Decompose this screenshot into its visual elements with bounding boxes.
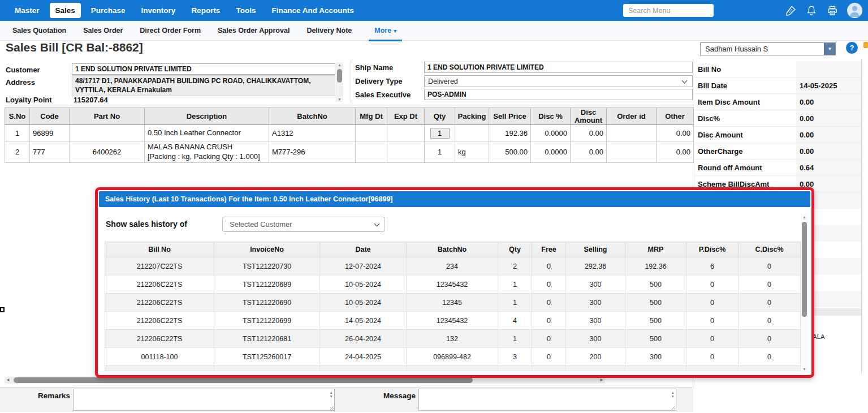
history-row[interactable]: 212207C22TSTST12122073012-07-20242342029… xyxy=(105,257,801,276)
message-textarea[interactable] xyxy=(418,389,676,411)
history-cell: 0 xyxy=(686,312,739,330)
history-cell: 212206C22TS xyxy=(105,312,214,330)
ship-name-input[interactable] xyxy=(424,62,693,73)
scrollbar-thumb[interactable] xyxy=(14,377,473,383)
history-cell: 292.36 xyxy=(566,257,625,276)
history-cell: 0 xyxy=(532,312,566,330)
menu-sales[interactable]: Sales xyxy=(50,3,81,18)
history-cell: 14-05-2024 xyxy=(320,312,407,330)
history-cell: 0 xyxy=(532,257,566,276)
remarks-textarea[interactable] xyxy=(74,389,335,411)
history-cell: 0 xyxy=(739,276,801,294)
menu-finance-and-accounts[interactable]: Finance And Accounts xyxy=(266,3,359,18)
history-row[interactable]: 212206C22TSTST12122069914-05-20241234543… xyxy=(105,312,801,330)
submenu-more[interactable]: More ▾ xyxy=(369,21,402,41)
dialog-scrollbar[interactable]: ▲ ▼ xyxy=(801,214,808,372)
theme-brush-icon[interactable] xyxy=(784,5,797,17)
history-cell: 3 xyxy=(498,348,532,366)
search-menu-input[interactable] xyxy=(623,4,714,17)
scrollbar-thumb[interactable] xyxy=(802,222,807,317)
qty-input[interactable]: 1 xyxy=(430,128,450,139)
sales-executive-label: Sales Executive xyxy=(355,91,411,99)
bill-panel-row: Round off Amount 0.64 xyxy=(694,160,861,176)
history-cell: 1 xyxy=(498,330,532,348)
round-off-amount-value[interactable]: 0.64 xyxy=(796,160,861,175)
history-cell: 0 xyxy=(686,330,739,348)
items-table: S.No Code Part No Description BatchNo Mf… xyxy=(5,107,694,163)
item-row[interactable]: 2 777 6400262 MALAS BANANA CRUSH [Packin… xyxy=(5,141,694,163)
scroll-up-icon[interactable]: ▲ xyxy=(336,63,343,67)
user-avatar[interactable] xyxy=(847,3,862,18)
sales-history-filter-select[interactable]: Selected Customer xyxy=(222,217,385,232)
history-row[interactable]: 212206C22TSTST12122068910-05-20241234543… xyxy=(105,276,801,294)
col-c-disc: C.Disc% xyxy=(739,242,801,257)
item-disc-amount-value[interactable]: 0.00 xyxy=(796,94,861,110)
other-charge-value[interactable]: 0.00 xyxy=(796,143,861,159)
bill-date-value[interactable]: 14-05-2025 xyxy=(796,78,861,93)
chevron-down-icon xyxy=(374,221,380,226)
history-row[interactable]: 212206C22TSTST12122068126-04-20241321030… xyxy=(105,330,801,348)
submenu-sales-order-approval[interactable]: Sales Order Approval xyxy=(218,27,290,35)
spinner-arrows-icon[interactable]: ▲▼ xyxy=(330,390,333,398)
history-cell: 234 xyxy=(407,257,498,276)
active-tab-underline xyxy=(369,40,402,41)
history-cell: 500 xyxy=(625,294,686,312)
delivery-type-select[interactable]: Delivered xyxy=(424,75,693,87)
scroll-down-icon[interactable]: ▼ xyxy=(336,97,343,101)
col-disc-pct: Disc % xyxy=(531,108,571,125)
history-cell: 0 xyxy=(739,330,801,348)
cell-part-no: 6400262 xyxy=(70,141,145,163)
menu-purchase[interactable]: Purchase xyxy=(85,3,131,18)
scroll-down-icon[interactable]: ▼ xyxy=(801,367,808,371)
bill-panel-row: Disc Amount 0.00 xyxy=(694,127,861,143)
loyalty-point-value: 115207.64 xyxy=(74,96,108,104)
scroll-right-icon[interactable]: ► xyxy=(599,377,604,382)
user-profile-value: Sadham Hussain S xyxy=(701,43,824,55)
scroll-left-icon[interactable]: ◄ xyxy=(6,377,10,382)
disc-amount-value[interactable]: 0.00 xyxy=(796,127,861,143)
scroll-up-icon[interactable]: ▲ xyxy=(801,215,808,219)
cell-qty: 1 xyxy=(425,141,455,163)
delivery-type-label: Delivery Type xyxy=(355,77,403,85)
cell-code: 777 xyxy=(30,141,70,163)
cell-disc-amount: 0.00 xyxy=(571,125,607,141)
sales-executive-input[interactable] xyxy=(424,89,693,100)
notification-bell-icon[interactable] xyxy=(805,5,818,17)
printer-icon[interactable] xyxy=(826,5,839,17)
scrollbar-thumb[interactable] xyxy=(337,69,342,83)
history-cell: 300 xyxy=(566,294,625,312)
bill-no-value[interactable] xyxy=(796,61,861,77)
submenu-sales-order[interactable]: Sales Order xyxy=(83,27,123,35)
submenu-direct-order-form[interactable]: Direct Order Form xyxy=(140,27,201,35)
form-scrollbar[interactable]: ▲ ▼ xyxy=(336,62,343,102)
remarks-label: Remarks xyxy=(20,392,70,400)
spinner-arrows-icon[interactable]: ▲▼ xyxy=(671,390,675,398)
help-button[interactable]: ? xyxy=(846,42,858,54)
history-cell: 001118-100 xyxy=(105,348,214,366)
cell-other: 0.00 xyxy=(657,125,694,141)
customer-input[interactable] xyxy=(72,63,335,75)
menu-master[interactable]: Master xyxy=(9,3,45,18)
history-cell: 0 xyxy=(686,276,739,294)
history-row[interactable]: 001118-100TST12526001724-04-2025096899-4… xyxy=(105,348,801,366)
history-cell: TST121220690 xyxy=(214,294,320,312)
customer-label: Customer xyxy=(6,66,40,74)
cell-disc-pct: 0.0000 xyxy=(531,141,571,163)
submenu-delivery-note[interactable]: Delivery Note xyxy=(306,27,352,35)
submenu-sales-quotation[interactable]: Sales Quotation xyxy=(12,27,66,35)
col-sno: S.No xyxy=(5,108,30,125)
disc-pct-value[interactable]: 0.00 xyxy=(796,110,861,126)
history-cell: TST125260017 xyxy=(214,348,320,366)
menu-inventory[interactable]: Inventory xyxy=(136,3,182,18)
dropdown-arrow-icon[interactable]: ▼ xyxy=(824,43,835,55)
history-row[interactable]: 212206C22TSTST12122069010-05-20241234510… xyxy=(105,294,801,312)
menu-reports[interactable]: Reports xyxy=(185,3,226,18)
cell-mfg-dt xyxy=(356,125,387,141)
user-profile-select[interactable]: Sadham Hussain S ▼ xyxy=(700,42,836,55)
col-part-no: Part No xyxy=(70,108,145,125)
address-value: 48/1717 D1, PANAKKAPADATH BUILDING PC RO… xyxy=(72,75,335,96)
menu-tools[interactable]: Tools xyxy=(230,3,261,18)
item-row[interactable]: 1 96899 0.50 Inch Leather Connector A131… xyxy=(5,125,694,141)
submenu-more-label: More xyxy=(374,27,391,35)
history-cell: TST121220689 xyxy=(214,276,320,294)
